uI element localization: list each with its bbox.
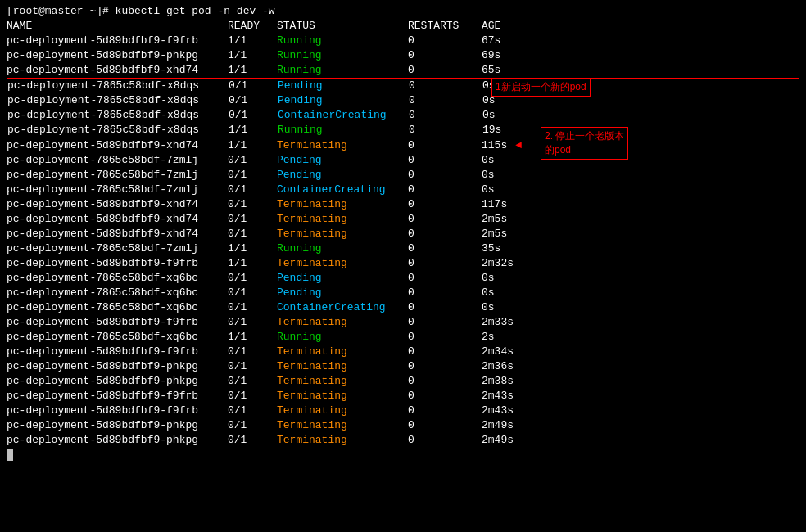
- col-header-restarts: RESTARTS: [408, 19, 482, 34]
- table-row: pc-deployment-5d89bdfbf9-f9frb1/1Running…: [7, 34, 799, 48]
- cell-name: pc-deployment-5d89bdfbf9-phkpg: [7, 433, 228, 448]
- cell-name: pc-deployment-5d89bdfbf9-xhd74: [7, 212, 228, 227]
- cell-restarts: 0: [409, 79, 482, 93]
- cell-ready: 0/1: [228, 315, 277, 330]
- cell-age: 69s: [482, 48, 547, 63]
- cell-ready: 0/1: [228, 168, 277, 183]
- cell-age: 0s: [482, 168, 547, 183]
- arrow-icon: ◄: [515, 139, 522, 151]
- cell-ready: 1/1: [228, 256, 277, 271]
- cell-name: pc-deployment-5d89bdfbf9-xhd74: [7, 138, 228, 153]
- cell-status: Pending: [278, 79, 409, 93]
- table-row: pc-deployment-5d89bdfbf9-phkpg0/1Termina…: [7, 418, 799, 433]
- cell-age: 2m49s: [482, 433, 547, 448]
- cell-restarts: 0: [408, 227, 482, 241]
- cell-status: Pending: [277, 286, 408, 300]
- table-row: pc-deployment-5d89bdfbf9-xhd740/1Termina…: [7, 212, 799, 227]
- cell-age: 0s: [482, 153, 547, 168]
- cell-restarts: 0: [408, 63, 482, 78]
- annotation2-line2: 的pod: [545, 144, 571, 156]
- table-row: pc-deployment-7865c58bdf-xq6bc0/1Pending…: [7, 271, 799, 286]
- cell-ready: 1/1: [229, 123, 278, 138]
- cell-ready: 0/1: [228, 374, 277, 389]
- cell-restarts: 0: [408, 168, 482, 183]
- cell-name: pc-deployment-7865c58bdf-xq6bc: [7, 271, 228, 286]
- cell-name: pc-deployment-7865c58bdf-xq6bc: [7, 300, 228, 315]
- table-row: pc-deployment-5d89bdfbf9-xhd740/1Termina…: [7, 197, 799, 212]
- cell-age: 0s: [482, 271, 547, 286]
- cell-name: pc-deployment-5d89bdfbf9-xhd74: [7, 197, 228, 212]
- cell-restarts: 0: [408, 256, 482, 271]
- col-header-age: AGE: [482, 19, 547, 34]
- cell-name: pc-deployment-5d89bdfbf9-f9frb: [7, 256, 228, 271]
- cell-status: Terminating: [277, 433, 408, 448]
- cell-restarts: 0: [408, 212, 482, 227]
- cell-restarts: 0: [408, 286, 482, 300]
- cell-ready: 0/1: [229, 93, 278, 108]
- cell-status: Running: [277, 330, 408, 345]
- cell-ready: 0/1: [228, 212, 277, 227]
- cell-status: Pending: [278, 93, 409, 108]
- cell-name: pc-deployment-5d89bdfbf9-phkpg: [7, 374, 228, 389]
- cell-restarts: 0: [408, 183, 482, 197]
- cell-age: 67s: [482, 34, 547, 48]
- cell-restarts: 0: [408, 241, 482, 256]
- cell-restarts: 0: [408, 271, 482, 286]
- cell-status: Running: [277, 48, 408, 63]
- cell-restarts: 0: [408, 330, 482, 345]
- cell-age: 2m34s: [482, 345, 547, 359]
- cell-restarts: 0: [408, 300, 482, 315]
- cell-age: 2m5s: [482, 212, 547, 227]
- cell-ready: 1/1: [228, 241, 277, 256]
- cell-restarts: 0: [408, 315, 482, 330]
- cell-status: Running: [277, 241, 408, 256]
- cell-ready: 1/1: [228, 330, 277, 345]
- table-row: pc-deployment-5d89bdfbf9-f9frb0/1Termina…: [7, 345, 799, 359]
- cell-status: Terminating: [277, 359, 408, 374]
- cell-age: 2m5s: [482, 227, 547, 241]
- cell-name: pc-deployment-7865c58bdf-7zmlj: [7, 168, 228, 183]
- cell-status: Terminating: [277, 389, 408, 404]
- table-row: pc-deployment-7865c58bdf-7zmlj0/1Contain…: [7, 183, 799, 197]
- table-row: pc-deployment-7865c58bdf-7zmlj1/1Running…: [7, 241, 799, 256]
- prompt-line: [root@master ~]# kubectl get pod -n dev …: [7, 5, 799, 17]
- cell-status: Terminating: [277, 418, 408, 433]
- cell-status: Running: [278, 123, 409, 138]
- cell-name: pc-deployment-5d89bdfbf9-f9frb: [7, 34, 228, 48]
- cell-restarts: 0: [408, 197, 482, 212]
- table-row: pc-deployment-5d89bdfbf9-f9frb0/1Termina…: [7, 315, 799, 330]
- table-header: NAME READY STATUS RESTARTS AGE: [7, 19, 799, 34]
- table-row: pc-deployment-7865c58bdf-7zmlj0/1Pending…: [7, 168, 799, 183]
- cell-age: 0s: [482, 108, 548, 123]
- cell-restarts: 0: [408, 374, 482, 389]
- cell-ready: 0/1: [229, 108, 278, 123]
- cell-name: pc-deployment-7865c58bdf-7zmlj: [7, 153, 228, 168]
- table-row: pc-deployment-5d89bdfbf9-xhd740/1Termina…: [7, 227, 799, 241]
- cell-age: 0s: [482, 300, 547, 315]
- cell-name: pc-deployment-5d89bdfbf9-f9frb: [7, 404, 228, 418]
- cell-restarts: 0: [409, 123, 482, 138]
- table-row: pc-deployment-7865c58bdf-xq6bc0/1Contain…: [7, 300, 799, 315]
- annotation2-line1: 2. 停止一个老版本: [545, 130, 624, 142]
- cell-ready: 1/1: [228, 63, 277, 78]
- cell-status: Terminating: [277, 256, 408, 271]
- annotation2: 2. 停止一个老版本 的pod: [541, 127, 628, 160]
- cell-status: Terminating: [277, 315, 408, 330]
- cell-status: ContainerCreating: [278, 108, 409, 123]
- table-row: pc-deployment-5d89bdfbf9-xhd741/1Termina…: [7, 138, 799, 153]
- cell-age: 2m49s: [482, 418, 547, 433]
- table-row: pc-deployment-5d89bdfbf9-phkpg0/1Termina…: [7, 374, 799, 389]
- table-row: pc-deployment-7865c58bdf-x8dqs0/1Contain…: [7, 108, 799, 123]
- cell-name: pc-deployment-5d89bdfbf9-phkpg: [7, 359, 228, 374]
- cursor: [7, 449, 13, 461]
- cell-name: pc-deployment-7865c58bdf-x8dqs: [7, 93, 229, 108]
- annotation1: 1新启动一个新的pod: [491, 78, 591, 97]
- cell-status: Terminating: [277, 345, 408, 359]
- table-row: pc-deployment-7865c58bdf-xq6bc1/1Running…: [7, 330, 799, 345]
- cell-age: 117s: [482, 197, 547, 212]
- cell-status: Running: [277, 63, 408, 78]
- cell-ready: 0/1: [228, 345, 277, 359]
- cell-restarts: 0: [408, 345, 482, 359]
- cell-name: pc-deployment-5d89bdfbf9-phkpg: [7, 48, 228, 63]
- cell-ready: 0/1: [228, 359, 277, 374]
